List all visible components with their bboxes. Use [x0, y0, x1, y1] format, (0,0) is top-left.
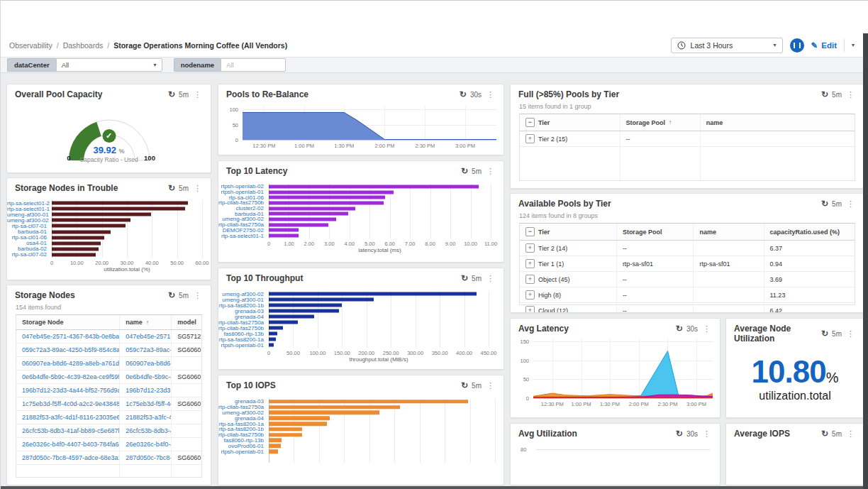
collapse-icon[interactable]: −: [525, 118, 535, 127]
expand-icon[interactable]: +: [525, 243, 535, 253]
refresh-icon[interactable]: ↻: [461, 273, 468, 283]
table-link[interactable]: 196b7d12-23d3-4a44-bf52-756d9ad58...: [16, 384, 120, 397]
table-row[interactable]: 059c72a3-89ac-4250-b5f9-854c8a0faa85059c…: [16, 344, 201, 357]
axis-tick: 0: [267, 241, 270, 247]
table-link[interactable]: 26e0326c-b4f0-4407: [120, 438, 172, 451]
refresh-icon[interactable]: ↻: [821, 89, 828, 99]
refresh-icon[interactable]: ↻: [821, 429, 828, 439]
table-link[interactable]: 26cfc53b-8db3-41af: [120, 424, 172, 437]
table-row[interactable]: +High (8)--11.23: [520, 287, 855, 303]
table-row[interactable]: 26cfc53b-8db3-41af-bb89-c5e687b9e0...26c…: [16, 424, 201, 438]
table-link[interactable]: 0e6b4dfe-5b9c-4c39-82ea-ce9f59f10724: [16, 370, 120, 383]
datacenter-select[interactable]: All ▾: [56, 58, 162, 72]
available-pools-table: −TierStorage PoolnamecapacityRatio.used …: [519, 223, 855, 305]
scrollbar[interactable]: [863, 33, 868, 489]
table-row[interactable]: +Object (45)--3.69: [520, 272, 855, 287]
expand-icon[interactable]: +: [525, 134, 535, 143]
table-link[interactable]: 26cfc53b-8db3-41af-bb89-c5e687b9e0...: [16, 424, 120, 437]
table-row[interactable]: +Tier 2 (14)--6.37: [520, 241, 855, 256]
breadcrumb-observability[interactable]: Observability: [9, 41, 52, 50]
column-header[interactable]: Storage Pool↑: [621, 114, 701, 131]
kebab-menu-icon[interactable]: ⋮: [485, 381, 496, 390]
table-link[interactable]: 0e6b4dfe-5b9c-4c3: [120, 370, 172, 383]
table-link[interactable]: 047eb45e-2571-4367-843b-0e8bad58f...: [16, 330, 120, 343]
table-row[interactable]: 196b7d12-23d3-4a44-bf52-756d9ad58...196b…: [16, 384, 201, 397]
column-header[interactable]: name: [701, 114, 855, 131]
column-header[interactable]: −Tier: [520, 224, 617, 240]
table-row[interactable]: +Cloud (12)--6.42: [520, 303, 855, 313]
refresh-icon[interactable]: ↻: [168, 89, 175, 99]
table-row[interactable]: 0e6b4dfe-5b9c-4c39-82ea-ce9f59f107240e6b…: [16, 370, 201, 384]
table-link[interactable]: 047eb45e-2571-436: [120, 330, 172, 343]
table-link[interactable]: 060907ea-b8d6-4289-a8eb-a761dd4e2...: [16, 357, 120, 370]
refresh-icon[interactable]: ↻: [461, 166, 468, 176]
edit-button[interactable]: ✎ Edit: [811, 40, 837, 50]
kebab-menu-icon[interactable]: ⋮: [845, 199, 856, 209]
refresh-icon[interactable]: ↻: [168, 183, 175, 193]
kebab-menu-icon[interactable]: ⋮: [192, 90, 203, 99]
refresh-icon[interactable]: ↻: [461, 380, 468, 390]
table-link[interactable]: 060907ea-b8d6-428: [120, 357, 172, 370]
pause-icon: [794, 43, 801, 48]
axis-tick: 3.00: [324, 241, 335, 247]
column-header[interactable]: name: [694, 224, 764, 240]
column-header[interactable]: Storage Pool: [617, 224, 694, 240]
collapse-icon[interactable]: −: [525, 227, 535, 236]
kebab-menu-icon[interactable]: ⋮: [485, 167, 496, 176]
column-header[interactable]: −Tier: [520, 114, 621, 131]
time-range-selector[interactable]: Last 3 Hours ▾: [671, 38, 783, 53]
refresh-icon[interactable]: ↻: [676, 429, 683, 439]
table-link[interactable]: 1c75eb3d-f5ff-4c0d-a2c2-9e43848c297f: [16, 397, 120, 410]
table-link[interactable]: 287d050c-7bc8-459: [120, 451, 172, 464]
table-link[interactable]: 059c72a3-89ac-4250-b5f9-854c8a0faa85: [16, 344, 120, 356]
kebab-menu-icon[interactable]: ⋮: [701, 324, 712, 334]
table-link[interactable]: 21882f53-a3fc-4d1f-8116-23035e6b74bc: [16, 411, 120, 424]
table-row[interactable]: 287d050c-7bc8-4597-adce-68e3a1087...287d…: [16, 451, 201, 465]
table-row[interactable]: 060907ea-b8d6-4289-a8eb-a761dd4e2...0609…: [16, 357, 201, 370]
table-link[interactable]: 059c72a3-89ac-425: [120, 344, 172, 356]
table-link[interactable]: 196b7d12-23d3-4a4: [120, 384, 172, 397]
table-link[interactable]: 21882f53-a3fc-4d1f-: [120, 411, 172, 424]
refresh-icon[interactable]: ↻: [168, 290, 175, 300]
column-header[interactable]: capacityRatio.used (%): [764, 224, 855, 240]
expand-icon[interactable]: +: [525, 306, 535, 313]
axis-tick: 50: [233, 121, 238, 128]
column-header[interactable]: name↑: [120, 315, 172, 329]
nodename-input[interactable]: [221, 58, 286, 72]
expand-icon[interactable]: +: [525, 290, 535, 300]
refresh-icon[interactable]: ↻: [460, 89, 467, 99]
bar-label[interactable]: rtpsh-openlab-01: [218, 342, 269, 348]
refresh-icon[interactable]: ↻: [676, 324, 683, 334]
kebab-menu-icon[interactable]: ⋮: [192, 291, 203, 300]
column-header[interactable]: model: [172, 315, 201, 329]
bar-label[interactable]: rtp-sa-select01-1: [218, 233, 269, 239]
bar-label[interactable]: rtpsh-openlab-01: [218, 449, 269, 455]
expand-icon[interactable]: +: [525, 259, 535, 268]
kebab-menu-icon[interactable]: ⋮: [485, 90, 496, 99]
header-more-caret[interactable]: ▾: [852, 42, 855, 48]
table-row[interactable]: +Tier 2 (15)--: [520, 131, 855, 147]
filter-datacenter: dataCenter All ▾: [7, 58, 162, 72]
breadcrumb-dashboards[interactable]: Dashboards: [63, 41, 104, 50]
kebab-menu-icon[interactable]: ⋮: [845, 90, 856, 99]
table-row[interactable]: 21882f53-a3fc-4d1f-8116-23035e6b74bc2188…: [16, 411, 201, 424]
bar: [52, 219, 130, 222]
kebab-menu-icon[interactable]: ⋮: [485, 274, 496, 283]
bar-label[interactable]: rtp-sa-cl07-02: [7, 251, 52, 258]
pause-button[interactable]: [790, 38, 804, 53]
kebab-menu-icon[interactable]: ⋮: [192, 184, 203, 193]
table-link[interactable]: 287d050c-7bc8-4597-adce-68e3a1087...: [16, 451, 120, 464]
table-link[interactable]: 1c75eb3d-f5ff-4c0d: [120, 397, 172, 410]
refresh-icon[interactable]: ↻: [821, 199, 828, 209]
expand-icon[interactable]: +: [525, 275, 535, 284]
cell: --: [617, 272, 694, 287]
table-row[interactable]: 26e0326c-b4f0-4407-b403-784fa6a76cad26e0…: [16, 438, 201, 451]
table-row[interactable]: +Tier 1 (1)rtp-sa-sf01rtp-sa-sf010.94: [520, 256, 855, 272]
column-header[interactable]: Storage Node: [16, 315, 120, 329]
table-header-row: −TierStorage PoolnamecapacityRatio.used …: [520, 224, 855, 241]
table-row[interactable]: 047eb45e-2571-4367-843b-0e8bad58f...047e…: [16, 330, 201, 344]
table-row[interactable]: 1c75eb3d-f5ff-4c0d-a2c2-9e43848c297f1c75…: [16, 397, 201, 411]
table-link[interactable]: 26e0326c-b4f0-4407-b403-784fa6a76cad: [16, 438, 120, 451]
kebab-menu-icon[interactable]: ⋮: [701, 429, 712, 439]
kebab-menu-icon[interactable]: ⋮: [845, 429, 856, 439]
